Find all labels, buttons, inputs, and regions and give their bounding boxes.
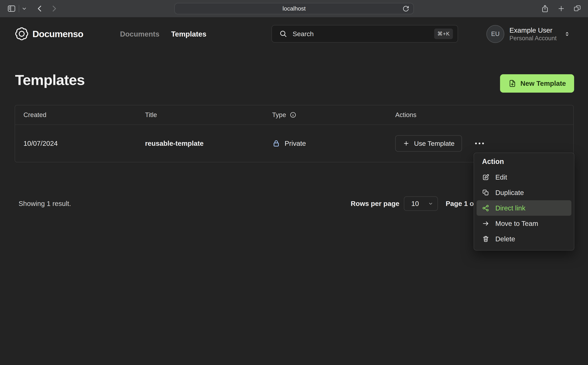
row-actions-dropdown: Action Edit Duplicate xyxy=(474,153,574,251)
address-bar[interactable]: localhost xyxy=(174,3,414,14)
reload-icon[interactable] xyxy=(402,5,410,13)
results-summary: Showing 1 result. xyxy=(19,200,71,208)
menu-item-delete[interactable]: Delete xyxy=(477,231,571,246)
app-window: Documenso Documents Templates Search ⌘+K… xyxy=(0,17,588,365)
brand-name: Documenso xyxy=(32,28,83,39)
share-nodes-icon xyxy=(482,204,489,212)
avatar: EU xyxy=(486,25,504,43)
menu-item-label: Duplicate xyxy=(495,189,524,197)
lock-icon xyxy=(272,139,280,147)
plus-icon xyxy=(403,140,410,147)
menu-item-label: Edit xyxy=(495,173,507,181)
page-title: Templates xyxy=(15,71,85,88)
menu-item-duplicate[interactable]: Duplicate xyxy=(477,185,571,200)
rows-per-page-label: Rows per page xyxy=(351,200,399,208)
arrow-right-icon xyxy=(482,220,489,227)
forward-icon[interactable] xyxy=(50,4,58,13)
chevron-down-icon xyxy=(428,201,433,206)
use-template-button[interactable]: Use Template xyxy=(395,135,462,152)
cell-created: 10/07/2024 xyxy=(23,140,145,147)
menu-item-label: Delete xyxy=(495,235,515,243)
nav-item-documents[interactable]: Documents xyxy=(120,30,159,38)
edit-icon xyxy=(482,174,489,181)
account-switcher[interactable]: EU Example User Personal Account xyxy=(486,25,570,43)
brand-logo[interactable]: Documenso xyxy=(15,27,83,40)
type-badge: Private xyxy=(285,140,306,147)
search-shortcut-badge: ⌘+K xyxy=(434,28,453,39)
share-icon[interactable] xyxy=(541,4,549,13)
column-header-title: Title xyxy=(145,111,272,119)
back-icon[interactable] xyxy=(35,4,44,13)
rows-per-page-select[interactable]: 10 xyxy=(404,196,438,211)
dropdown-title: Action xyxy=(477,156,571,167)
search-icon xyxy=(279,30,287,38)
chevron-down-icon[interactable] xyxy=(21,6,27,11)
search-placeholder: Search xyxy=(293,30,434,38)
row-actions-menu-button[interactable] xyxy=(473,140,486,147)
cell-title[interactable]: reusable-template xyxy=(145,140,272,147)
address-text: localhost xyxy=(283,5,305,12)
menu-item-edit[interactable]: Edit xyxy=(477,169,571,185)
search-input[interactable]: Search ⌘+K xyxy=(271,25,458,42)
duplicate-icon xyxy=(482,189,489,196)
info-icon[interactable] xyxy=(290,112,296,118)
new-template-button[interactable]: New Template xyxy=(500,74,574,93)
browser-chrome: localhost xyxy=(0,0,588,17)
account-type: Personal Account xyxy=(510,35,557,42)
column-header-actions: Actions xyxy=(395,111,573,119)
menu-item-label: Move to Team xyxy=(495,220,538,227)
menu-item-label: Direct link xyxy=(495,204,525,212)
new-template-label: New Template xyxy=(520,79,566,87)
menu-item-move-to-team[interactable]: Move to Team xyxy=(477,216,571,231)
column-header-created: Created xyxy=(23,111,145,119)
sidebar-toggle-icon[interactable] xyxy=(7,4,16,13)
new-tab-icon[interactable] xyxy=(558,5,565,12)
tab-overview-icon[interactable] xyxy=(573,5,581,13)
trash-icon xyxy=(482,235,489,243)
divider xyxy=(19,5,19,12)
user-name: Example User xyxy=(510,26,557,35)
table-header-row: Created Title Type Actions xyxy=(15,105,573,125)
menu-item-direct-link[interactable]: Direct link xyxy=(477,200,571,216)
chevrons-up-down-icon xyxy=(564,31,570,37)
use-template-label: Use Template xyxy=(414,140,454,147)
ellipsis-icon xyxy=(475,142,484,145)
rows-per-page-value: 10 xyxy=(411,200,419,208)
nav-item-templates[interactable]: Templates xyxy=(171,30,206,38)
file-plus-icon xyxy=(508,79,517,88)
main-nav: Documents Templates xyxy=(120,30,206,38)
column-header-type: Type xyxy=(272,111,286,119)
documenso-logo-icon xyxy=(15,27,28,40)
